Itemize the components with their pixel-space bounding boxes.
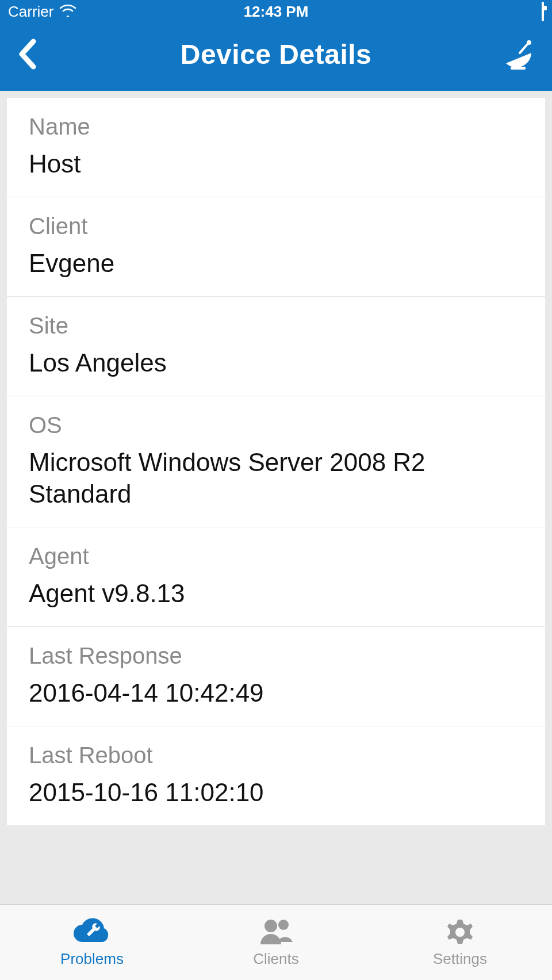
people-icon	[256, 917, 296, 948]
field-value: Agent v9.8.13	[29, 577, 523, 609]
field-os: OS Microsoft Windows Server 2008 R2 Stan…	[7, 396, 545, 527]
satellite-action-button[interactable]	[489, 38, 535, 70]
carrier-label: Carrier	[8, 3, 53, 21]
field-label: Site	[29, 313, 523, 339]
page-title: Device Details	[63, 39, 489, 70]
field-last-response: Last Response 2016-04-14 10:42:49	[7, 627, 545, 726]
field-last-reboot: Last Reboot 2015-10-16 11:02:10	[7, 726, 545, 825]
field-label: Name	[29, 114, 523, 140]
field-agent: Agent Agent v9.8.13	[7, 527, 545, 627]
field-value: Microsoft Windows Server 2008 R2 Standar…	[29, 446, 523, 510]
tab-label: Settings	[433, 950, 487, 968]
field-value: Los Angeles	[29, 347, 523, 378]
field-value: 2015-10-16 11:02:10	[29, 776, 523, 808]
svg-point-4	[264, 920, 277, 932]
cloud-wrench-icon	[70, 917, 114, 948]
field-label: Agent	[29, 543, 523, 569]
wifi-icon	[59, 3, 76, 21]
field-name: Name Host	[7, 98, 545, 197]
svg-point-7	[455, 928, 465, 937]
svg-line-2	[520, 44, 528, 53]
satellite-dish-icon	[500, 38, 535, 70]
field-site: Site Los Angeles	[7, 297, 545, 396]
status-bar: Carrier 12:43 PM	[0, 0, 552, 23]
field-client: Client Evgene	[7, 197, 545, 297]
svg-rect-1	[511, 67, 526, 70]
field-label: OS	[29, 412, 523, 438]
content-scroll[interactable]: Name Host Client Evgene Site Los Angeles…	[0, 91, 552, 904]
back-button[interactable]	[17, 38, 63, 70]
field-label: Client	[29, 213, 523, 239]
tab-settings[interactable]: Settings	[368, 905, 552, 980]
field-value: Host	[29, 148, 523, 179]
tab-clients[interactable]: Clients	[184, 905, 368, 980]
details-card: Name Host Client Evgene Site Los Angeles…	[7, 98, 545, 825]
field-label: Last Response	[29, 643, 523, 669]
field-value: Evgene	[29, 247, 523, 279]
chevron-left-icon	[17, 38, 37, 70]
tab-label: Clients	[253, 950, 298, 968]
tab-label: Problems	[60, 950, 124, 968]
battery-icon	[542, 3, 544, 21]
clock: 12:43 PM	[187, 3, 366, 21]
tab-problems[interactable]: Problems	[0, 905, 184, 980]
tab-bar: Problems Clients Settings	[0, 904, 552, 980]
nav-header: Device Details	[0, 23, 552, 91]
svg-point-5	[278, 920, 289, 930]
field-value: 2016-04-14 10:42:49	[29, 677, 523, 709]
field-label: Last Reboot	[29, 742, 523, 768]
gear-icon	[443, 917, 477, 948]
svg-point-3	[527, 40, 531, 45]
